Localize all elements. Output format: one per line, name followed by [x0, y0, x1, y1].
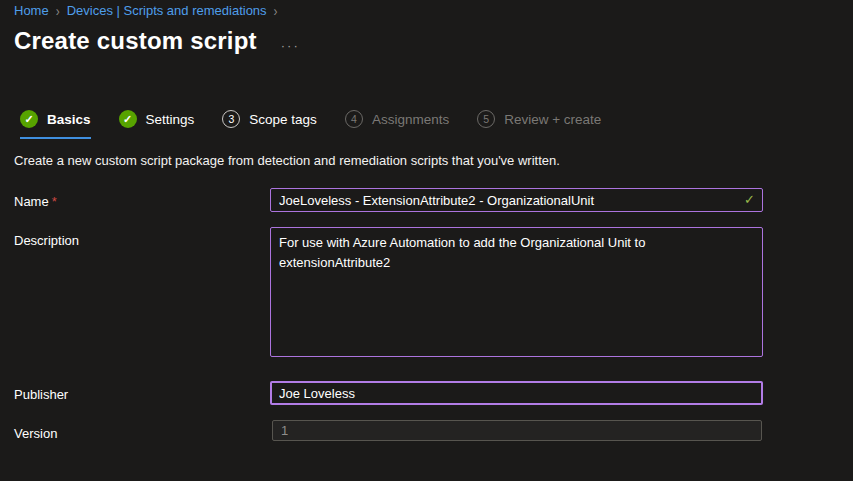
publisher-input[interactable]: [270, 381, 763, 405]
publisher-row: Publisher: [14, 381, 838, 405]
create-custom-script-page: Home › Devices | Scripts and remediation…: [0, 0, 853, 481]
version-row: Version: [14, 420, 838, 441]
page-title: Create custom script: [14, 27, 257, 55]
name-input[interactable]: [270, 188, 763, 212]
tab-label: Basics: [47, 112, 91, 127]
publisher-input-wrap: [270, 381, 763, 405]
tab-settings[interactable]: ✓ Settings: [119, 110, 195, 137]
breadcrumb-link-devices-scripts-and-remediations[interactable]: Devices | Scripts and remediations: [67, 3, 267, 18]
intro-text: Create a new custom script package from …: [14, 153, 560, 168]
breadcrumb-separator-icon: ›: [274, 2, 278, 19]
publisher-label: Publisher: [14, 381, 270, 402]
version-input: [272, 420, 762, 441]
step-number-icon: 3: [222, 110, 240, 128]
tab-scope-tags[interactable]: 3 Scope tags: [222, 110, 317, 137]
step-number-icon: 4: [345, 110, 363, 128]
breadcrumb: Home › Devices | Scripts and remediation…: [14, 3, 278, 18]
tab-label: Assignments: [372, 112, 449, 127]
description-label: Description: [14, 227, 270, 248]
tab-assignments: 4 Assignments: [345, 110, 449, 137]
breadcrumb-separator-icon: ›: [56, 2, 60, 19]
tab-basics[interactable]: ✓ Basics: [20, 110, 91, 139]
name-input-wrap: ✓: [270, 188, 763, 212]
name-row: Name* ✓: [14, 188, 838, 212]
tab-label: Scope tags: [249, 112, 317, 127]
wizard-steps: ✓ Basics ✓ Settings 3 Scope tags 4 Assig…: [20, 110, 601, 139]
tab-review-create: 5 Review + create: [477, 110, 601, 137]
step-completed-check-icon: ✓: [20, 110, 38, 128]
name-label-text: Name: [14, 194, 49, 209]
required-asterisk: *: [52, 194, 57, 209]
title-row: Create custom script ···: [14, 27, 300, 55]
more-options-button[interactable]: ···: [281, 30, 300, 53]
step-completed-check-icon: ✓: [119, 110, 137, 128]
name-label: Name*: [14, 188, 270, 209]
version-label: Version: [14, 420, 270, 441]
description-textarea[interactable]: [270, 227, 763, 357]
description-row: Description: [14, 227, 838, 361]
basics-form: Name* ✓ Description Publisher Version: [14, 188, 838, 441]
step-number-icon: 5: [477, 110, 495, 128]
breadcrumb-link-home[interactable]: Home: [14, 3, 49, 18]
tab-label: Review + create: [504, 112, 601, 127]
tab-label: Settings: [146, 112, 195, 127]
description-input-wrap: [270, 227, 763, 361]
version-input-wrap: [270, 420, 763, 441]
